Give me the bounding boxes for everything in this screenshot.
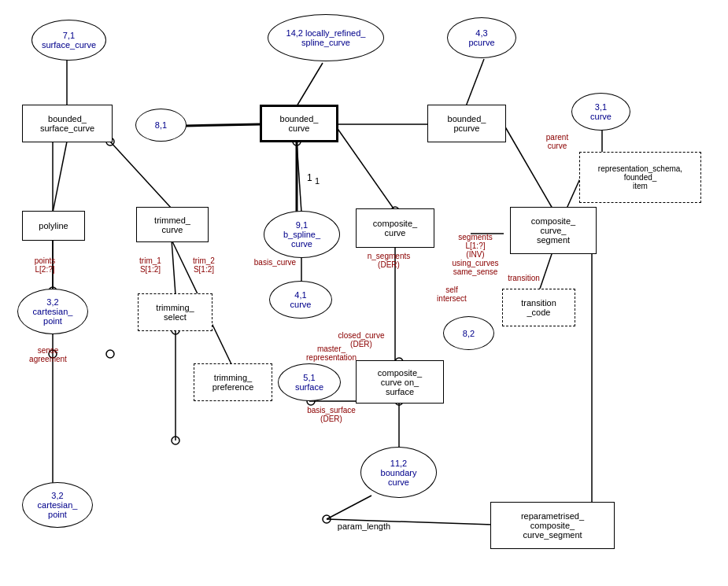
label-cartesian-point-bottom: 3,2cartesian_point: [38, 491, 78, 519]
node-trim2-label: trim_2S[1:2]: [179, 250, 228, 280]
label-cartesian-point-top: 3,2cartesian_point: [33, 297, 73, 326]
node-label-1: 1: [309, 173, 325, 189]
node-parent-curve: parentcurve: [534, 130, 581, 153]
label-polyline: polyline: [39, 221, 68, 230]
node-trimming-select: trimming_select: [138, 293, 212, 331]
svg-point-33: [106, 350, 114, 358]
label-segments: segmentsL[1:?](INV)using_curvessame_sens…: [453, 233, 499, 276]
label-closed-curve: closed_curve(DER): [338, 331, 385, 348]
node-self-intersect: selfintersect: [425, 279, 479, 309]
label-self-intersect: selfintersect: [437, 286, 467, 303]
label-trimmed-curve: trimmed_curve: [154, 216, 190, 234]
label-boundary-curve: 11,2boundarycurve: [381, 459, 417, 487]
label-trim1: trim_1S[1:2]: [139, 256, 161, 274]
node-b-spline-curve: 9,1b_spline_curve: [264, 211, 340, 258]
node-surface-curve: 7,1surface_curve: [31, 20, 106, 61]
label-ellipse-81: 8,1: [155, 120, 167, 130]
svg-line-5: [297, 63, 323, 106]
node-sense-agreement: senseagreement: [17, 341, 79, 368]
node-repr-schema: representation_schema,founded_item: [579, 152, 701, 203]
node-transition-label: transition: [494, 269, 553, 286]
node-points-label: pointsL[2:?]: [17, 250, 72, 280]
node-ellipse-82: 8,2: [443, 316, 494, 350]
svg-line-7: [297, 142, 301, 212]
label-basis-curve: basis_curve: [254, 258, 296, 267]
label-n-segments: n_segments(DER): [368, 252, 410, 269]
label-trim2: trim_2S[1:2]: [193, 256, 215, 274]
label-transition-code: transition_code: [521, 298, 556, 317]
node-ellipse-81: 8,1: [135, 109, 187, 142]
node-boundary-curve: 11,2boundarycurve: [360, 447, 437, 498]
label-reparametrised-composite: reparametrised_composite_curve_segment: [521, 511, 584, 540]
label-composite-curve-on-surface: composite_curve on_surface: [378, 368, 422, 396]
label-surface-curve: 7,1surface_curve: [42, 31, 96, 50]
label-bounded-surface-curve: bounded_surface_curve: [40, 114, 94, 133]
node-n-segments: n_segments(DER): [353, 245, 425, 275]
label-composite-curve-segment: composite_curve_segment: [531, 216, 575, 245]
label-curve-31: 3,1curve: [590, 102, 612, 121]
svg-line-8: [334, 124, 395, 211]
node-locally-refined: 14,2 locally_refined_spline_curve: [268, 14, 384, 61]
node-trimmed-curve: trimmed_curve: [136, 207, 209, 242]
label-param-length: param_length: [338, 522, 390, 531]
node-composite-curve-segment: composite_curve_segment: [510, 207, 597, 254]
node-transition-code: transition_code: [502, 289, 575, 326]
node-polyline: polyline: [22, 211, 85, 241]
node-curve-31: 3,1curve: [571, 93, 630, 131]
node-composite-curve: composite_curve: [356, 208, 434, 248]
node-cartesian-point-top: 3,2cartesian_point: [17, 289, 88, 334]
label-points: pointsL[2:?]: [35, 256, 56, 274]
svg-line-1: [53, 142, 67, 212]
connections-svg: 1: [0, 0, 728, 586]
diagram: 1 7,1surface_curve 14,2 locally_refined_…: [0, 0, 728, 586]
label-repr-schema: representation_schema,founded_item: [598, 164, 682, 190]
label-bounded-curve: bounded_curve: [280, 114, 319, 133]
label-trimming-select: trimming_select: [156, 303, 194, 322]
node-pcurve-43: 4,3pcurve: [447, 17, 516, 58]
node-bounded-curve: bounded_curve: [260, 105, 338, 142]
label-1: 1: [315, 176, 320, 186]
node-bounded-surface-curve: bounded_surface_curve: [22, 105, 113, 142]
label-trimming-preference: trimming_preference: [212, 373, 254, 392]
node-curve-41: 4,1curve: [269, 281, 332, 319]
node-basis-surface: basis_surface(DER): [295, 400, 368, 429]
node-trim1-label: trim_1S[1:2]: [126, 250, 175, 280]
label-composite-curve: composite_curve: [373, 219, 417, 238]
node-surface-51: 5,1surface: [278, 363, 341, 401]
svg-line-28: [327, 496, 371, 519]
label-curve-41: 4,1curve: [290, 290, 312, 309]
node-param-length: param_length: [327, 518, 401, 535]
label-surface-51: 5,1surface: [295, 373, 323, 392]
label-transition: transition: [508, 274, 540, 282]
svg-point-37: [172, 437, 179, 444]
label-basis-surface: basis_surface(DER): [307, 406, 356, 423]
svg-line-6: [466, 59, 484, 106]
node-cartesian-point-bottom: 3,2cartesian_point: [22, 482, 93, 528]
label-b-spline-curve: 9,1b_spline_curve: [283, 220, 320, 249]
label-ellipse-82: 8,2: [463, 329, 475, 338]
node-basis-curve-label: basis_curve: [242, 253, 309, 271]
label-pcurve-43: 4,3pcurve: [468, 28, 494, 47]
svg-line-4: [185, 124, 260, 126]
label-sense-agreement: senseagreement: [29, 346, 67, 363]
node-bounded-pcurve: bounded_pcurve: [427, 105, 506, 142]
svg-line-2: [110, 142, 172, 208]
label-locally-refined: 14,2 locally_refined_spline_curve: [286, 28, 366, 47]
label-parent-curve: parentcurve: [546, 133, 568, 150]
label-bounded-pcurve: bounded_pcurve: [448, 114, 486, 133]
node-reparametrised-composite: reparametrised_composite_curve_segment: [490, 502, 615, 549]
node-closed-curve: closed_curve(DER): [325, 325, 397, 355]
node-composite-curve-on-surface: composite_curve on_surface: [356, 360, 444, 404]
node-trimming-preference: trimming_preference: [194, 363, 272, 401]
